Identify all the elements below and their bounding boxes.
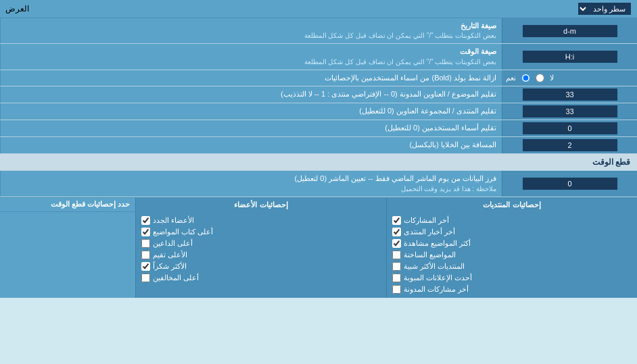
checkbox-col1-0[interactable] <box>392 216 401 225</box>
radio-yes-label: نعم <box>506 74 516 82</box>
bold-remove-label: ازالة نمط بولد (Bold) من اسماء المستخدمي… <box>0 70 502 86</box>
col2-items: الأعضاء الجدد أعلى كتاب المواضيع أعلى ال… <box>135 212 386 298</box>
list-item: أعلى كتاب المواضيع <box>141 226 381 238</box>
time-format-row: صيغة الوقت بعض التكوينات يتطلب "/" التي … <box>0 44 637 70</box>
realtime-note: ملاحظة : هذا قد يزيد وقت التحميل <box>295 184 496 194</box>
username-trim-row: تقليم أسماء المستخدمين (0 للتعطيل) <box>0 120 637 137</box>
date-format-input-cell <box>502 18 637 43</box>
forum-trim-label: تقليم المنتدى / المجموعة العناوين (0 للت… <box>0 103 502 120</box>
checkbox-col1-2[interactable] <box>392 239 401 248</box>
bold-remove-row: لا نعم ازالة نمط بولد (Bold) من اسماء ال… <box>0 70 637 86</box>
checkbox-items-area: أخر المشاركات أخر أخبار المنتدى أكثر الم… <box>0 212 637 298</box>
list-item: أعلى الداعين <box>141 238 381 249</box>
cell-spacing-label: المسافة بين الخلايا (بالبكسل) <box>0 137 502 153</box>
username-trim-label: تقليم أسماء المستخدمين (0 للتعطيل) <box>0 120 502 136</box>
topic-trim-row: تقليم الموضوع / العناوين المدونة (0 -- ا… <box>0 86 637 103</box>
topic-trim-input-cell <box>502 86 637 103</box>
list-item: الأكثر شكراً <box>141 261 381 272</box>
realtime-title: فرز البيانات من يوم الماشر الماضي فقط --… <box>295 174 496 182</box>
list-item: المواضيع الساخنة <box>392 249 632 261</box>
list-item: أعلى المخالفين <box>141 272 381 284</box>
checkbox-col1-4[interactable] <box>392 262 401 271</box>
checkbox-col2-3[interactable] <box>141 251 150 259</box>
cell-spacing-title: المسافة بين الخلايا (بالبكسل) <box>410 140 497 150</box>
checkbox-col1-6[interactable] <box>392 285 401 294</box>
checkbox-col2-1[interactable] <box>141 228 150 236</box>
forum-trim-input[interactable] <box>523 105 617 118</box>
time-format-sublabel: بعض التكوينات يتطلب "/" التي يمكن ان تضا… <box>304 57 496 67</box>
right-col-label: حدد إحصائيات قطع الوقت <box>51 200 130 209</box>
checkbox-col2-0[interactable] <box>141 216 150 225</box>
forum-trim-input-cell <box>502 103 637 120</box>
bold-no-radio[interactable] <box>536 74 544 82</box>
forum-trim-row: تقليم المنتدى / المجموعة العناوين (0 للت… <box>0 103 637 120</box>
bold-remove-title: ازالة نمط بولد (Bold) من اسماء المستخدمي… <box>325 73 496 83</box>
date-format-sublabel: بعض التكوينات يتطلب "/" التي يمكن ان تضا… <box>304 31 496 41</box>
col1-items: أخر المشاركات أخر أخبار المنتدى أكثر الم… <box>386 212 637 298</box>
topic-trim-label: تقليم الموضوع / العناوين المدونة (0 -- ا… <box>0 86 502 103</box>
realtime-row: فرز البيانات من يوم الماشر الماضي فقط --… <box>0 171 637 197</box>
section-header: قطع الوقت <box>0 154 637 171</box>
username-trim-title: تقليم أسماء المستخدمين (0 للتعطيل) <box>385 123 496 133</box>
list-item: أخر مشاركات المدونة <box>392 284 632 295</box>
date-format-row: صيغة التاريخ بعض التكوينات يتطلب "/" الت… <box>0 18 637 44</box>
cell-spacing-row: المسافة بين الخلايا (بالبكسل) <box>0 137 637 154</box>
checkbox-col1-1[interactable] <box>392 228 401 236</box>
bold-remove-radio-cell: لا نعم <box>502 70 637 86</box>
time-format-title: صيغة الوقت <box>460 47 496 55</box>
topic-trim-title: تقليم الموضوع / العناوين المدونة (0 -- ا… <box>281 89 496 99</box>
checkbox-col2-4[interactable] <box>141 262 150 271</box>
date-format-title: صيغة التاريخ <box>461 22 496 30</box>
right-placeholder <box>0 212 135 298</box>
checkbox-col2-2[interactable] <box>141 239 150 248</box>
list-item: أحدث الإعلانات المبوبة <box>392 272 632 284</box>
list-item: الأعلى تقيم <box>141 249 381 261</box>
list-item: أخر المشاركات <box>392 215 632 226</box>
checkbox-col2-5[interactable] <box>141 274 150 282</box>
checkbox-col1-3[interactable] <box>392 251 401 259</box>
username-trim-input-cell <box>502 120 637 136</box>
realtime-input-cell <box>502 171 637 196</box>
date-format-input[interactable] <box>523 25 617 37</box>
section-header-text: قطع الوقت <box>592 157 630 167</box>
cell-spacing-input[interactable] <box>523 139 617 151</box>
topic-trim-input[interactable] <box>523 88 617 101</box>
col1-header: إحصائيات المنتديات <box>483 201 540 209</box>
col2-header: إحصائيات الأعضاء <box>234 201 287 209</box>
checkbox-col1-5[interactable] <box>392 274 401 282</box>
cell-spacing-input-cell <box>502 137 637 153</box>
forum-trim-title: تقليم المنتدى / المجموعة العناوين (0 للت… <box>359 106 496 116</box>
time-format-input-cell <box>502 44 637 69</box>
bold-yes-radio[interactable] <box>521 74 530 82</box>
list-item: أكثر المواضيع مشاهدة <box>392 238 632 249</box>
time-format-input[interactable] <box>523 51 617 63</box>
top-header: سطر واحد سطرين ثلاثة أسطر العرض <box>0 0 637 18</box>
username-trim-input[interactable] <box>523 122 617 134</box>
display-select[interactable]: سطر واحد سطرين ثلاثة أسطر <box>577 2 632 16</box>
list-item: المنتديات الأكثر شبية <box>392 261 632 272</box>
list-item: أخر أخبار المنتدى <box>392 226 632 238</box>
date-format-label: صيغة التاريخ بعض التكوينات يتطلب "/" الت… <box>0 18 502 43</box>
list-item: الأعضاء الجدد <box>141 215 381 226</box>
realtime-label: فرز البيانات من يوم الماشر الماضي فقط --… <box>0 171 502 196</box>
time-format-label: صيغة الوقت بعض التكوينات يتطلب "/" التي … <box>0 44 502 69</box>
realtime-input[interactable] <box>523 178 617 190</box>
display-label: العرض <box>5 4 29 14</box>
radio-no-label: لا <box>550 74 554 82</box>
